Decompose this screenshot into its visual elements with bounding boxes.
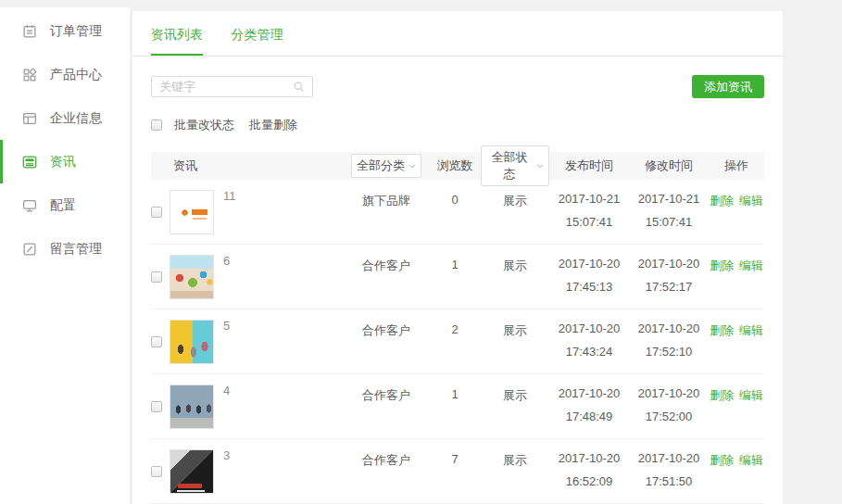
news-category: 合作客户 — [344, 374, 429, 438]
tab-bar: 资讯列表 分类管理 — [132, 11, 783, 57]
table-row: 4 合作客户 1 展示 2017-10-20 17:48:49 2017-10-… — [151, 374, 764, 439]
modify-time: 2017-10-21 15:07:41 — [629, 180, 709, 244]
chevron-down-icon — [536, 164, 544, 169]
sidebar-item-products[interactable]: 产品中心 — [0, 53, 130, 96]
news-status: 展示 — [481, 245, 549, 309]
news-thumbnail — [170, 190, 214, 234]
header-news: 资讯 — [170, 158, 344, 174]
sidebar-item-label: 留言管理 — [50, 241, 102, 258]
search-input[interactable] — [159, 80, 293, 94]
news-views: 2 — [429, 309, 481, 373]
table-row: 6 合作客户 1 展示 2017-10-20 17:45:13 2017-10-… — [151, 245, 764, 309]
table-header: 资讯 全部分类 浏览数 全部状态 发布时间 修改时间 — [151, 152, 764, 180]
tab-news-list[interactable]: 资讯列表 — [151, 27, 203, 56]
content-panel: 资讯列表 分类管理 添加资讯 批量改状态 批量删除 资讯 全部分类 — [132, 11, 783, 504]
add-news-button[interactable]: 添加资讯 — [692, 75, 764, 98]
sidebar-item-label: 资讯 — [50, 154, 76, 170]
sidebar-item-orders[interactable]: 订单管理 — [0, 9, 130, 53]
news-status: 展示 — [481, 374, 549, 438]
row-checkbox[interactable] — [151, 336, 162, 347]
sidebar-item-company[interactable]: 企业信息 — [0, 96, 130, 140]
sidebar-item-news[interactable]: 资讯 — [0, 140, 130, 183]
edit-link[interactable]: 编辑 — [739, 323, 763, 337]
modify-time: 2017-10-20 17:52:17 — [629, 245, 709, 309]
news-title: 4 — [223, 374, 344, 438]
header-publish-time: 发布时间 — [549, 158, 629, 174]
edit-link[interactable]: 编辑 — [739, 258, 763, 272]
modify-time: 2017-10-20 17:52:00 — [629, 374, 709, 438]
tab-category-management[interactable]: 分类管理 — [231, 27, 283, 54]
news-title: 3 — [223, 439, 344, 503]
sidebar-item-label: 配置 — [50, 197, 76, 214]
table-row: 3 合作客户 7 展示 2017-10-20 16:52:09 2017-10-… — [151, 439, 764, 504]
news-category: 旗下品牌 — [344, 180, 429, 244]
modify-time: 2017-10-20 17:51:50 — [629, 439, 709, 503]
news-category: 合作客户 — [344, 309, 429, 373]
news-table: 资讯 全部分类 浏览数 全部状态 发布时间 修改时间 — [151, 152, 764, 504]
edit-link[interactable]: 编辑 — [739, 388, 763, 402]
publish-time: 2017-10-20 16:52:09 — [549, 439, 629, 503]
row-checkbox[interactable] — [151, 401, 162, 412]
news-category: 合作客户 — [344, 245, 429, 309]
sidebar-item-messages[interactable]: 留言管理 — [0, 227, 130, 271]
publish-time: 2017-10-21 15:07:41 — [549, 180, 629, 244]
messages-icon — [21, 241, 38, 258]
news-thumbnail — [170, 384, 214, 429]
news-thumbnail — [170, 320, 214, 364]
header-views: 浏览数 — [429, 158, 481, 174]
table-row: 11 旗下品牌 0 展示 2017-10-21 15:07:41 2017-10… — [151, 180, 764, 245]
delete-link[interactable]: 删除 — [710, 258, 734, 272]
news-views: 1 — [429, 374, 481, 438]
sidebar-item-label: 订单管理 — [50, 23, 102, 40]
edit-link[interactable]: 编辑 — [739, 453, 763, 467]
news-views: 0 — [429, 180, 481, 244]
publish-time: 2017-10-20 17:48:49 — [549, 374, 629, 438]
news-title: 5 — [223, 309, 344, 373]
publish-time: 2017-10-20 17:45:13 — [549, 245, 629, 309]
search-icon — [293, 81, 305, 93]
news-thumbnail — [170, 255, 214, 299]
batch-delete-button[interactable]: 批量删除 — [249, 117, 297, 133]
order-icon — [21, 23, 38, 40]
products-icon — [21, 67, 38, 83]
news-title: 11 — [223, 180, 344, 244]
news-thumbnail — [170, 449, 214, 494]
news-views: 1 — [429, 245, 481, 309]
toolbar: 添加资讯 — [151, 75, 764, 98]
news-category: 合作客户 — [344, 439, 429, 503]
news-views: 7 — [429, 439, 481, 503]
chevron-down-icon — [408, 164, 416, 169]
delete-link[interactable]: 删除 — [710, 453, 734, 467]
row-checkbox[interactable] — [151, 207, 162, 218]
news-icon — [21, 154, 38, 170]
publish-time: 2017-10-20 17:43:24 — [549, 309, 629, 373]
delete-link[interactable]: 删除 — [710, 323, 734, 337]
header-modify-time: 修改时间 — [629, 158, 709, 174]
select-all-checkbox[interactable] — [151, 120, 162, 131]
news-status: 展示 — [481, 439, 549, 503]
news-title: 6 — [223, 245, 344, 309]
sidebar-item-config[interactable]: 配置 — [0, 183, 130, 227]
batch-actions-bar: 批量改状态 批量删除 — [151, 117, 764, 133]
sidebar-item-label: 企业信息 — [50, 110, 102, 127]
category-filter-dropdown[interactable]: 全部分类 — [351, 154, 421, 178]
row-checkbox[interactable] — [151, 466, 162, 477]
modify-time: 2017-10-20 17:52:10 — [629, 309, 709, 373]
edit-link[interactable]: 编辑 — [739, 194, 763, 208]
batch-change-status-button[interactable]: 批量改状态 — [174, 117, 234, 133]
delete-link[interactable]: 删除 — [710, 194, 734, 208]
news-status: 展示 — [481, 309, 549, 373]
row-checkbox[interactable] — [151, 271, 162, 283]
delete-link[interactable]: 删除 — [710, 388, 734, 402]
config-icon — [21, 197, 38, 214]
company-icon — [21, 110, 38, 127]
table-row: 5 合作客户 2 展示 2017-10-20 17:43:24 2017-10-… — [151, 309, 764, 374]
sidebar: 订单管理 产品中心 企业信息 资讯 配置 留言管理 — [0, 7, 130, 504]
header-actions: 操作 — [709, 158, 764, 174]
sidebar-item-label: 产品中心 — [50, 67, 102, 83]
news-status: 展示 — [481, 180, 549, 244]
search-box — [151, 76, 313, 97]
